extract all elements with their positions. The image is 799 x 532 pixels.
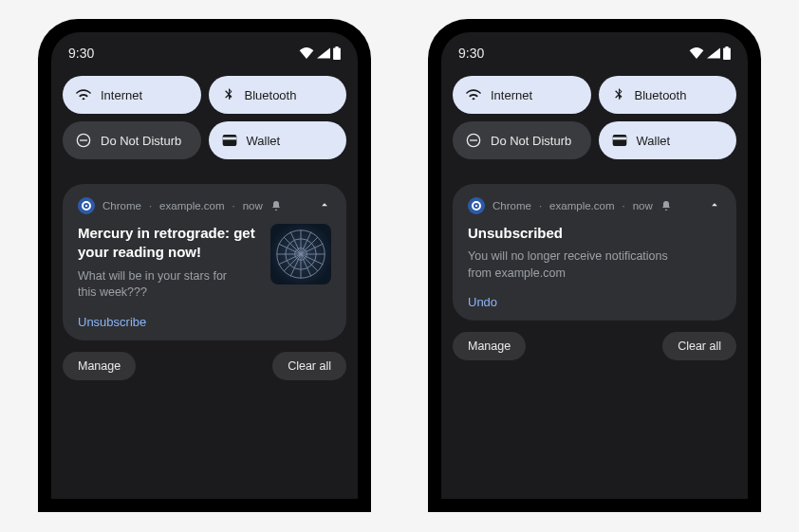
qs-label: Wallet [247, 134, 281, 148]
svg-rect-17 [612, 135, 626, 146]
notification-title: Unsubscribed [468, 224, 721, 243]
notification-body: Unsubscribed You will no longer receive … [468, 224, 721, 282]
app-name: Chrome [492, 200, 531, 211]
notification-thumbnail [270, 224, 331, 284]
phone-right: 9:30 Internet Bluetooth Do Not Disturb [428, 19, 761, 512]
qs-wallet-tile[interactable]: Wallet [599, 121, 737, 159]
qs-dnd-tile[interactable]: Do Not Disturb [63, 121, 201, 159]
status-bar: 9:30 [453, 46, 736, 61]
source: example.com [159, 200, 224, 211]
qs-label: Internet [491, 88, 532, 102]
notification-message: What will be in your stars for this week… [78, 268, 259, 302]
qs-label: Bluetooth [635, 88, 687, 102]
qs-bluetooth-tile[interactable]: Bluetooth [599, 76, 737, 114]
qs-label: Bluetooth [245, 88, 297, 102]
battery-icon [723, 46, 731, 60]
wifi-icon [466, 87, 481, 102]
qs-internet-tile[interactable]: Internet [63, 76, 201, 114]
signal-icon [707, 47, 720, 59]
source: example.com [549, 200, 614, 211]
battery-icon [333, 46, 341, 60]
bluetooth-icon [612, 87, 625, 102]
qs-internet-tile[interactable]: Internet [453, 76, 591, 114]
undo-action[interactable]: Undo [468, 295, 721, 309]
bell-icon [270, 200, 282, 211]
timestamp: now [633, 200, 653, 211]
svg-rect-1 [80, 139, 87, 140]
wifi-icon [689, 47, 704, 59]
qs-label: Do Not Disturb [491, 134, 571, 148]
svg-rect-16 [470, 139, 477, 140]
qs-wallet-tile[interactable]: Wallet [209, 121, 347, 159]
screen: 9:30 Internet Bluetooth Do Not Disturb [51, 32, 358, 499]
clock: 9:30 [458, 46, 484, 61]
qs-label: Do Not Disturb [101, 134, 181, 148]
notification-header: Chrome · example.com · now [78, 197, 331, 214]
timestamp: now [243, 200, 263, 211]
wifi-icon [299, 47, 314, 59]
svg-rect-3 [222, 138, 236, 140]
unsubscribe-action[interactable]: Unsubscribe [78, 315, 331, 329]
dnd-icon [76, 133, 91, 148]
manage-button[interactable]: Manage [63, 352, 136, 380]
notification-body: Mercury in retrograde: get your reading … [78, 224, 331, 302]
qs-label: Wallet [637, 134, 671, 148]
clear-all-button[interactable]: Clear all [662, 332, 736, 360]
bluetooth-icon [222, 87, 235, 102]
svg-rect-18 [612, 138, 626, 140]
signal-icon [317, 47, 330, 59]
notification-card[interactable]: Chrome · example.com · now Mercury in re… [63, 184, 346, 340]
app-name: Chrome [102, 200, 141, 211]
screen: 9:30 Internet Bluetooth Do Not Disturb [441, 32, 748, 499]
bell-icon [660, 200, 672, 211]
qs-bluetooth-tile[interactable]: Bluetooth [209, 76, 347, 114]
separator: · [232, 200, 235, 211]
zodiac-icon [275, 229, 326, 280]
chrome-icon [78, 197, 95, 214]
clear-all-button[interactable]: Clear all [272, 352, 346, 380]
notification-footer: Manage Clear all [63, 352, 346, 380]
chrome-icon [468, 197, 485, 214]
status-icons [299, 46, 341, 60]
notification-header: Chrome · example.com · now [468, 197, 721, 214]
manage-button[interactable]: Manage [453, 332, 526, 360]
quick-settings: Internet Bluetooth Do Not Disturb Wallet [63, 76, 346, 159]
separator: · [149, 200, 152, 211]
separator: · [539, 200, 542, 211]
status-icons [689, 46, 731, 60]
collapse-icon[interactable] [318, 198, 331, 213]
clock: 9:30 [68, 46, 94, 61]
qs-label: Internet [101, 88, 142, 102]
separator: · [622, 200, 625, 211]
svg-rect-2 [222, 135, 236, 146]
notification-card[interactable]: Chrome · example.com · now Unsubscribed … [453, 184, 736, 321]
dnd-icon [466, 133, 481, 148]
notification-title: Mercury in retrograde: get your reading … [78, 224, 259, 263]
notification-footer: Manage Clear all [453, 332, 736, 360]
notification-message: You will no longer receive notifications… [468, 248, 721, 282]
wallet-icon [222, 134, 237, 147]
quick-settings: Internet Bluetooth Do Not Disturb Wallet [453, 76, 736, 159]
collapse-icon[interactable] [708, 198, 721, 213]
phone-left: 9:30 Internet Bluetooth Do Not Disturb [38, 19, 371, 512]
wifi-icon [76, 87, 91, 102]
qs-dnd-tile[interactable]: Do Not Disturb [453, 121, 591, 159]
status-bar: 9:30 [63, 46, 346, 61]
wallet-icon [612, 134, 627, 147]
